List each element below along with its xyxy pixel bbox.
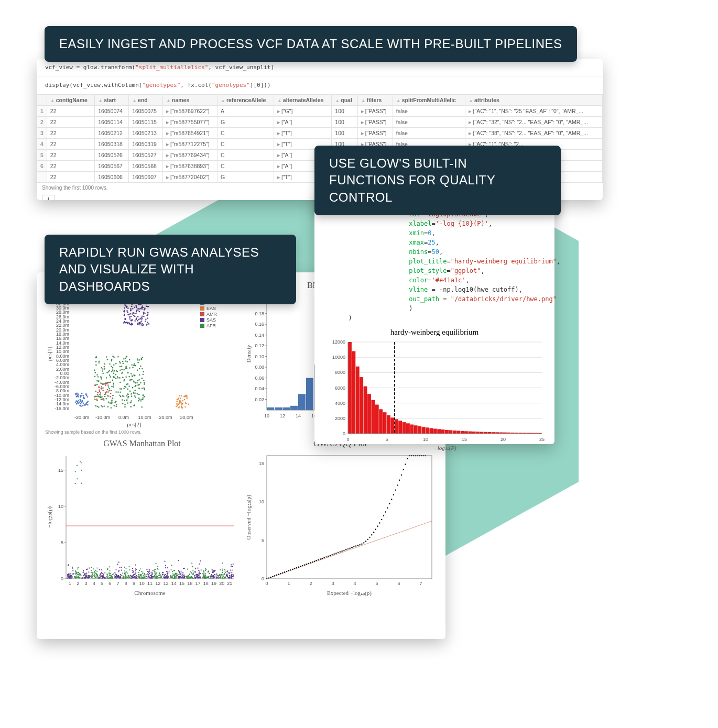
svg-point-1309 xyxy=(165,574,166,575)
svg-point-871 xyxy=(96,567,97,568)
svg-point-946 xyxy=(104,572,105,573)
svg-point-365 xyxy=(134,375,135,377)
col-end[interactable]: ▲end xyxy=(129,95,163,106)
svg-point-991 xyxy=(107,576,108,577)
svg-point-1313 xyxy=(166,571,167,572)
svg-point-950 xyxy=(100,576,101,577)
svg-point-355 xyxy=(122,361,124,362)
svg-point-624 xyxy=(110,396,111,398)
svg-text:0: 0 xyxy=(343,431,345,436)
download-button[interactable]: ⬇ xyxy=(42,195,55,200)
svg-point-1725 xyxy=(322,558,323,559)
svg-point-1698 xyxy=(268,577,269,578)
svg-point-1706 xyxy=(284,571,285,572)
svg-point-1475 xyxy=(200,560,201,561)
svg-text:11: 11 xyxy=(147,581,153,586)
col-qual[interactable]: ▲qual xyxy=(332,95,357,106)
svg-rect-35 xyxy=(429,428,433,434)
svg-point-1394 xyxy=(180,570,181,571)
svg-point-127 xyxy=(137,320,138,322)
svg-point-241 xyxy=(137,308,139,310)
col-referenceAllele[interactable]: ▲referenceAllele xyxy=(217,95,274,106)
col-attributes[interactable]: ▲attributes xyxy=(465,95,603,106)
col-names[interactable]: ▲names xyxy=(163,95,217,106)
svg-point-777 xyxy=(73,573,74,575)
svg-point-391 xyxy=(123,395,125,397)
col-contigName[interactable]: ▲contigName xyxy=(47,95,94,106)
svg-point-1676 xyxy=(227,576,228,577)
svg-point-1742 xyxy=(355,545,356,546)
svg-point-1712 xyxy=(296,567,297,568)
svg-point-161 xyxy=(135,305,137,307)
svg-rect-1778 xyxy=(267,456,432,579)
svg-rect-36 xyxy=(433,429,437,434)
python-code: display(plot_histogram(df=hwe.select("lo… xyxy=(322,200,547,323)
svg-point-1181 xyxy=(141,574,142,575)
svg-text:5: 5 xyxy=(262,538,264,543)
qc-panel: display(plot_histogram(df=hwe.select("lo… xyxy=(314,193,554,444)
svg-rect-14 xyxy=(348,342,352,434)
svg-point-303 xyxy=(98,406,100,408)
svg-point-1220 xyxy=(151,577,153,578)
svg-text:7: 7 xyxy=(117,581,119,586)
svg-point-416 xyxy=(115,378,117,379)
svg-point-501 xyxy=(125,387,127,388)
table-row[interactable]: 2221605011416050115▸["rs587755077"]G▸["A… xyxy=(37,117,603,128)
svg-point-201 xyxy=(142,323,143,325)
table-row[interactable]: 1221605007416050075▸["rs587697622"]A▸["G… xyxy=(37,106,603,117)
svg-point-1342 xyxy=(170,577,171,578)
svg-point-1048 xyxy=(117,577,118,578)
svg-point-603 xyxy=(179,402,181,404)
svg-point-932 xyxy=(102,576,103,577)
svg-point-1228 xyxy=(149,577,150,578)
svg-point-1344 xyxy=(170,569,171,570)
svg-point-521 xyxy=(76,403,78,405)
svg-point-372 xyxy=(126,368,128,369)
svg-point-497 xyxy=(119,362,121,364)
svg-point-1076 xyxy=(126,571,127,572)
svg-point-458 xyxy=(143,380,145,381)
svg-point-1438 xyxy=(193,572,194,573)
svg-point-1362 xyxy=(175,573,176,574)
svg-point-367 xyxy=(102,370,103,372)
svg-point-419 xyxy=(116,404,117,405)
svg-point-1280 xyxy=(165,565,166,566)
col-alternateAlleles[interactable]: ▲alternateAlleles xyxy=(274,95,331,106)
svg-rect-28 xyxy=(402,422,406,434)
svg-point-1702 xyxy=(276,575,277,576)
svg-point-310 xyxy=(127,402,128,404)
svg-point-1176 xyxy=(142,577,143,578)
svg-point-571 xyxy=(178,407,180,409)
svg-point-159 xyxy=(140,321,142,323)
svg-text:AMR: AMR xyxy=(206,312,217,317)
svg-point-1558 xyxy=(217,575,218,576)
svg-point-635 xyxy=(95,384,96,386)
svg-point-510 xyxy=(83,402,84,404)
svg-rect-670 xyxy=(275,407,282,410)
svg-point-987 xyxy=(110,573,111,574)
svg-point-405 xyxy=(101,378,102,380)
svg-point-135 xyxy=(147,322,148,323)
svg-point-1447 xyxy=(191,576,192,577)
svg-point-491 xyxy=(108,390,110,392)
svg-point-162 xyxy=(135,319,137,321)
svg-point-1764 xyxy=(399,480,400,481)
svg-point-407 xyxy=(111,390,112,391)
svg-point-1716 xyxy=(304,564,305,565)
svg-point-244 xyxy=(143,313,145,315)
col-filters[interactable]: ▲filters xyxy=(357,95,393,106)
table-row[interactable]: 3221605021216050213▸["rs587654921"]C▸["T… xyxy=(37,128,603,139)
svg-point-1101 xyxy=(132,570,133,571)
col-splitFromMultiAllelic[interactable]: ▲splitFromMultiAllelic xyxy=(393,95,465,106)
svg-point-369 xyxy=(109,374,111,376)
svg-point-228 xyxy=(134,316,136,317)
svg-point-460 xyxy=(122,403,124,404)
svg-point-560 xyxy=(76,393,78,394)
svg-point-913 xyxy=(95,570,96,571)
svg-point-283 xyxy=(120,396,122,398)
svg-point-1484 xyxy=(194,575,195,576)
col-start[interactable]: ▲start xyxy=(95,95,129,106)
svg-point-1339 xyxy=(170,575,171,576)
svg-text:pcs[2]: pcs[2] xyxy=(127,421,142,427)
svg-point-786 xyxy=(75,471,76,472)
